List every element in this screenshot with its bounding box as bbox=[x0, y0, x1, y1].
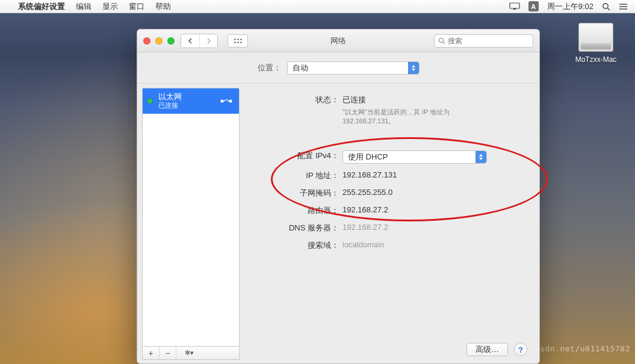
router-label: 路由器： bbox=[249, 205, 342, 216]
status-dot-icon bbox=[147, 99, 152, 103]
chevron-updown-icon bbox=[475, 151, 486, 163]
searchdomain-value: localdomain bbox=[342, 240, 527, 249]
airplay-icon[interactable] bbox=[509, 2, 520, 10]
sidebar-tools: + − ✻▾ bbox=[142, 347, 240, 360]
sidebar-item-ethernet[interactable]: 以太网 已连接 bbox=[143, 88, 239, 114]
forward-button[interactable] bbox=[199, 34, 217, 48]
search-input[interactable] bbox=[448, 37, 538, 45]
minimize-button[interactable] bbox=[155, 37, 163, 45]
sidebar-item-sub: 已连接 bbox=[158, 102, 182, 110]
status-value: 已连接 bbox=[342, 94, 527, 105]
nav-back-forward bbox=[181, 34, 218, 48]
spotlight-icon[interactable] bbox=[602, 2, 610, 11]
menu-view[interactable]: 显示 bbox=[102, 1, 118, 12]
searchdomain-label: 搜索域： bbox=[249, 240, 342, 251]
menu-edit[interactable]: 编辑 bbox=[76, 1, 91, 12]
location-row: 位置： 自动 bbox=[137, 52, 539, 84]
router-value: 192.168.27.2 bbox=[342, 205, 527, 214]
menu-window[interactable]: 窗口 bbox=[129, 1, 144, 12]
menubar: 系统偏好设置 编辑 显示 窗口 帮助 A 周一上午9:02 bbox=[0, 0, 635, 13]
disk-icon bbox=[578, 23, 613, 52]
notification-center-icon[interactable] bbox=[619, 3, 628, 10]
titlebar[interactable]: 网络 bbox=[137, 29, 539, 52]
interface-list[interactable]: 以太网 已连接 bbox=[142, 88, 240, 347]
show-all-button[interactable] bbox=[228, 34, 248, 48]
location-select[interactable]: 自动 bbox=[287, 61, 420, 75]
interface-actions-button[interactable]: ✻▾ bbox=[176, 347, 202, 359]
sidebar-item-name: 以太网 bbox=[158, 93, 182, 102]
status-label: 状态： bbox=[249, 94, 342, 105]
close-button[interactable] bbox=[143, 37, 150, 45]
status-desc: "以太网"当前是活跃的，其 IP 地址为 192.168.27.131。 bbox=[342, 108, 493, 126]
search-icon bbox=[438, 37, 445, 45]
menubar-clock: 周一上午9:02 bbox=[547, 1, 593, 12]
ipv4-config-value: 使用 DHCP bbox=[348, 152, 388, 162]
zoom-button[interactable] bbox=[167, 37, 175, 45]
svg-point-1 bbox=[603, 3, 608, 8]
svg-rect-0 bbox=[510, 3, 519, 8]
location-value: 自动 bbox=[293, 63, 308, 73]
dns-value: 192.168.27.2 bbox=[342, 223, 527, 232]
location-label: 位置： bbox=[258, 63, 281, 73]
grid-icon bbox=[234, 38, 242, 44]
desktop-disk[interactable]: MoTzxx-Mac bbox=[575, 23, 617, 64]
chevron-updown-icon bbox=[408, 62, 419, 74]
ipv4-config-label: 配置 IPv4： bbox=[249, 150, 342, 161]
advanced-button[interactable]: 高级… bbox=[466, 343, 508, 356]
ip-label: IP 地址： bbox=[249, 170, 342, 181]
add-interface-button[interactable]: + bbox=[143, 347, 160, 359]
subnet-value: 255.255.255.0 bbox=[342, 188, 527, 197]
app-menu[interactable]: 系统偏好设置 bbox=[18, 1, 65, 12]
ip-value: 192.168.27.131 bbox=[342, 170, 527, 179]
help-button[interactable]: ? bbox=[514, 343, 527, 356]
search-field[interactable] bbox=[434, 34, 533, 48]
preferences-window: 网络 位置： 自动 以太网 已连接 bbox=[137, 29, 540, 364]
dns-label: DNS 服务器： bbox=[249, 223, 342, 233]
remove-interface-button[interactable]: − bbox=[160, 347, 176, 359]
disk-label: MoTzxx-Mac bbox=[575, 55, 617, 64]
svg-line-7 bbox=[443, 42, 445, 44]
svg-line-2 bbox=[607, 8, 610, 10]
ethernet-icon bbox=[218, 96, 234, 106]
svg-point-6 bbox=[439, 38, 443, 42]
input-source-badge[interactable]: A bbox=[528, 1, 539, 11]
detail-pane: 状态： 已连接 "以太网"当前是活跃的，其 IP 地址为 192.168.27.… bbox=[244, 84, 539, 363]
ipv4-config-select[interactable]: 使用 DHCP bbox=[342, 150, 487, 164]
back-button[interactable] bbox=[181, 34, 199, 48]
menu-help[interactable]: 帮助 bbox=[155, 1, 171, 12]
subnet-label: 子网掩码： bbox=[249, 188, 342, 199]
